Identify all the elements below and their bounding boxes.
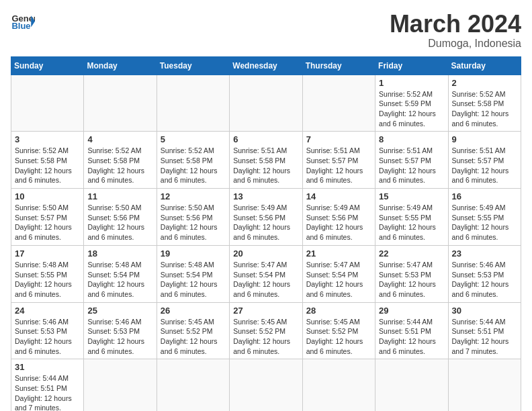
day-number: 5 bbox=[161, 134, 226, 144]
location-title: Dumoga, Indonesia bbox=[390, 38, 521, 50]
day-number: 1 bbox=[379, 78, 444, 88]
calendar-cell: 6Sunrise: 5:51 AMSunset: 5:58 PMDaylight… bbox=[230, 132, 302, 189]
calendar-cell: 21Sunrise: 5:47 AMSunset: 5:54 PMDayligh… bbox=[302, 245, 375, 302]
page-header: General Blue March 2024 Dumoga, Indonesi… bbox=[11, 11, 521, 50]
calendar-table: SundayMondayTuesdayWednesdayThursdayFrid… bbox=[11, 56, 521, 411]
day-number: 4 bbox=[87, 134, 152, 144]
day-number: 14 bbox=[306, 191, 371, 201]
calendar-week-row: 17Sunrise: 5:48 AMSunset: 5:55 PMDayligh… bbox=[11, 245, 521, 302]
day-info: Sunrise: 5:45 AMSunset: 5:52 PMDaylight:… bbox=[161, 317, 226, 357]
calendar-cell bbox=[230, 359, 302, 411]
calendar-week-row: 24Sunrise: 5:46 AMSunset: 5:53 PMDayligh… bbox=[11, 302, 521, 359]
calendar-week-row: 1Sunrise: 5:52 AMSunset: 5:59 PMDaylight… bbox=[11, 75, 521, 132]
svg-text:Blue: Blue bbox=[11, 21, 30, 31]
day-info: Sunrise: 5:52 AMSunset: 5:58 PMDaylight:… bbox=[87, 146, 152, 185]
weekday-header-monday: Monday bbox=[84, 56, 157, 75]
day-number: 19 bbox=[161, 248, 226, 259]
day-info: Sunrise: 5:49 AMSunset: 5:56 PMDaylight:… bbox=[233, 203, 298, 242]
day-number: 26 bbox=[161, 306, 226, 316]
title-area: March 2024 Dumoga, Indonesia bbox=[390, 11, 521, 50]
day-number: 7 bbox=[306, 134, 371, 144]
calendar-cell bbox=[302, 75, 375, 132]
calendar-cell: 25Sunrise: 5:46 AMSunset: 5:53 PMDayligh… bbox=[84, 302, 157, 359]
calendar-cell: 3Sunrise: 5:52 AMSunset: 5:58 PMDaylight… bbox=[11, 132, 84, 189]
day-number: 11 bbox=[87, 191, 152, 201]
weekday-header-thursday: Thursday bbox=[302, 56, 375, 75]
day-info: Sunrise: 5:52 AMSunset: 5:58 PMDaylight:… bbox=[15, 146, 80, 185]
day-number: 29 bbox=[379, 306, 444, 316]
day-number: 3 bbox=[15, 134, 80, 144]
calendar-cell: 13Sunrise: 5:49 AMSunset: 5:56 PMDayligh… bbox=[230, 189, 302, 246]
day-info: Sunrise: 5:49 AMSunset: 5:56 PMDaylight:… bbox=[306, 203, 371, 242]
calendar-cell: 8Sunrise: 5:51 AMSunset: 5:57 PMDaylight… bbox=[375, 132, 448, 189]
calendar-cell bbox=[84, 359, 157, 411]
calendar-cell: 5Sunrise: 5:52 AMSunset: 5:58 PMDaylight… bbox=[157, 132, 229, 189]
calendar-cell bbox=[11, 75, 84, 132]
calendar-cell bbox=[375, 359, 448, 411]
calendar-week-row: 3Sunrise: 5:52 AMSunset: 5:58 PMDaylight… bbox=[11, 132, 521, 189]
calendar-cell: 26Sunrise: 5:45 AMSunset: 5:52 PMDayligh… bbox=[157, 302, 229, 359]
day-number: 15 bbox=[379, 191, 444, 201]
day-info: Sunrise: 5:47 AMSunset: 5:54 PMDaylight:… bbox=[233, 260, 298, 300]
calendar-cell: 22Sunrise: 5:47 AMSunset: 5:53 PMDayligh… bbox=[375, 245, 448, 302]
calendar-cell: 23Sunrise: 5:46 AMSunset: 5:53 PMDayligh… bbox=[448, 245, 521, 302]
calendar-cell: 16Sunrise: 5:49 AMSunset: 5:55 PMDayligh… bbox=[448, 189, 521, 246]
day-number: 16 bbox=[452, 191, 517, 201]
day-info: Sunrise: 5:51 AMSunset: 5:57 PMDaylight:… bbox=[379, 146, 444, 185]
day-number: 10 bbox=[15, 191, 80, 201]
day-info: Sunrise: 5:46 AMSunset: 5:53 PMDaylight:… bbox=[15, 317, 80, 357]
weekday-header-row: SundayMondayTuesdayWednesdayThursdayFrid… bbox=[11, 56, 521, 75]
calendar-cell: 10Sunrise: 5:50 AMSunset: 5:57 PMDayligh… bbox=[11, 189, 84, 246]
day-info: Sunrise: 5:45 AMSunset: 5:52 PMDaylight:… bbox=[233, 317, 298, 357]
calendar-cell bbox=[157, 359, 229, 411]
day-info: Sunrise: 5:47 AMSunset: 5:54 PMDaylight:… bbox=[306, 260, 371, 300]
calendar-week-row: 10Sunrise: 5:50 AMSunset: 5:57 PMDayligh… bbox=[11, 189, 521, 246]
calendar-cell: 4Sunrise: 5:52 AMSunset: 5:58 PMDaylight… bbox=[84, 132, 157, 189]
calendar-cell: 12Sunrise: 5:50 AMSunset: 5:56 PMDayligh… bbox=[157, 189, 229, 246]
day-info: Sunrise: 5:50 AMSunset: 5:57 PMDaylight:… bbox=[15, 203, 80, 242]
calendar-cell: 29Sunrise: 5:44 AMSunset: 5:51 PMDayligh… bbox=[375, 302, 448, 359]
day-number: 9 bbox=[452, 134, 517, 144]
day-info: Sunrise: 5:50 AMSunset: 5:56 PMDaylight:… bbox=[161, 203, 226, 242]
day-info: Sunrise: 5:47 AMSunset: 5:53 PMDaylight:… bbox=[379, 260, 444, 300]
weekday-header-wednesday: Wednesday bbox=[230, 56, 302, 75]
calendar-cell: 24Sunrise: 5:46 AMSunset: 5:53 PMDayligh… bbox=[11, 302, 84, 359]
calendar-cell bbox=[302, 359, 375, 411]
day-number: 27 bbox=[233, 306, 298, 316]
calendar-cell: 31Sunrise: 5:44 AMSunset: 5:51 PMDayligh… bbox=[11, 359, 84, 411]
day-info: Sunrise: 5:49 AMSunset: 5:55 PMDaylight:… bbox=[452, 203, 517, 242]
day-info: Sunrise: 5:44 AMSunset: 5:51 PMDaylight:… bbox=[379, 317, 444, 357]
calendar-cell: 7Sunrise: 5:51 AMSunset: 5:57 PMDaylight… bbox=[302, 132, 375, 189]
day-number: 25 bbox=[87, 306, 152, 316]
calendar-cell: 14Sunrise: 5:49 AMSunset: 5:56 PMDayligh… bbox=[302, 189, 375, 246]
calendar-cell: 28Sunrise: 5:45 AMSunset: 5:52 PMDayligh… bbox=[302, 302, 375, 359]
day-info: Sunrise: 5:48 AMSunset: 5:54 PMDaylight:… bbox=[161, 260, 226, 300]
day-number: 31 bbox=[15, 362, 80, 372]
day-number: 21 bbox=[306, 248, 371, 259]
day-number: 2 bbox=[452, 78, 517, 88]
day-info: Sunrise: 5:51 AMSunset: 5:57 PMDaylight:… bbox=[452, 146, 517, 185]
logo: General Blue bbox=[11, 11, 35, 35]
calendar-cell: 20Sunrise: 5:47 AMSunset: 5:54 PMDayligh… bbox=[230, 245, 302, 302]
day-info: Sunrise: 5:52 AMSunset: 5:58 PMDaylight:… bbox=[161, 146, 226, 185]
day-number: 20 bbox=[233, 248, 298, 259]
day-info: Sunrise: 5:50 AMSunset: 5:56 PMDaylight:… bbox=[87, 203, 152, 242]
calendar-cell bbox=[84, 75, 157, 132]
calendar-cell bbox=[157, 75, 229, 132]
day-info: Sunrise: 5:45 AMSunset: 5:52 PMDaylight:… bbox=[306, 317, 371, 357]
day-number: 6 bbox=[233, 134, 298, 144]
day-info: Sunrise: 5:52 AMSunset: 5:59 PMDaylight:… bbox=[379, 89, 444, 129]
day-number: 22 bbox=[379, 248, 444, 259]
day-number: 28 bbox=[306, 306, 371, 316]
day-info: Sunrise: 5:48 AMSunset: 5:55 PMDaylight:… bbox=[15, 260, 80, 300]
calendar-cell: 17Sunrise: 5:48 AMSunset: 5:55 PMDayligh… bbox=[11, 245, 84, 302]
day-info: Sunrise: 5:51 AMSunset: 5:58 PMDaylight:… bbox=[233, 146, 298, 185]
calendar-cell bbox=[230, 75, 302, 132]
day-info: Sunrise: 5:51 AMSunset: 5:57 PMDaylight:… bbox=[306, 146, 371, 185]
day-number: 12 bbox=[161, 191, 226, 201]
weekday-header-sunday: Sunday bbox=[11, 56, 84, 75]
day-info: Sunrise: 5:46 AMSunset: 5:53 PMDaylight:… bbox=[87, 317, 152, 357]
day-number: 8 bbox=[379, 134, 444, 144]
calendar-cell: 2Sunrise: 5:52 AMSunset: 5:58 PMDaylight… bbox=[448, 75, 521, 132]
calendar-cell: 27Sunrise: 5:45 AMSunset: 5:52 PMDayligh… bbox=[230, 302, 302, 359]
